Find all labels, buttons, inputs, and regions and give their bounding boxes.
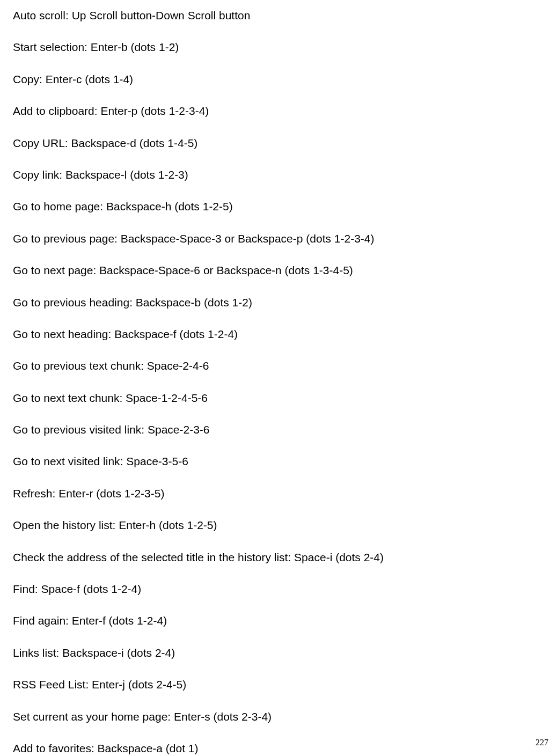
command-line: Start selection: Enter-b (dots 1-2) xyxy=(13,39,544,55)
command-line: Check the address of the selected title … xyxy=(13,549,544,565)
command-line: Copy link: Backspace-l (dots 1-2-3) xyxy=(13,167,544,182)
page-number: 227 xyxy=(536,737,548,748)
command-line: Go to next page: Backspace-Space-6 or Ba… xyxy=(13,262,544,278)
command-line: Find again: Enter-f (dots 1-2-4) xyxy=(13,613,544,628)
command-line: Go to previous text chunk: Space-2-4-6 xyxy=(13,358,544,373)
command-line: Go to home page: Backspace-h (dots 1-2-5… xyxy=(13,199,544,214)
command-line: Go to next text chunk: Space-1-2-4-5-6 xyxy=(13,390,544,406)
command-line: Go to previous heading: Backspace-b (dot… xyxy=(13,295,544,310)
command-line: Copy: Enter-c (dots 1-4) xyxy=(13,71,544,87)
command-line: Refresh: Enter-r (dots 1-2-3-5) xyxy=(13,486,544,501)
command-line: RSS Feed List: Enter-j (dots 2-4-5) xyxy=(13,677,544,692)
command-line: Go to next heading: Backspace-f (dots 1-… xyxy=(13,326,544,342)
command-line: Links list: Backspace-i (dots 2-4) xyxy=(13,645,544,660)
command-line: Find: Space-f (dots 1-2-4) xyxy=(13,581,544,597)
command-list: Auto scroll: Up Scroll button-Down Scrol… xyxy=(13,8,544,756)
command-line: Go to previous page: Backspace-Space-3 o… xyxy=(13,231,544,246)
command-line: Auto scroll: Up Scroll button-Down Scrol… xyxy=(13,8,544,23)
command-line: Copy URL: Backspace-d (dots 1-4-5) xyxy=(13,135,544,151)
command-line: Add to favorites: Backspace-a (dot 1) xyxy=(13,740,544,756)
command-line: Add to clipboard: Enter-p (dots 1-2-3-4) xyxy=(13,103,544,119)
command-line: Open the history list: Enter-h (dots 1-2… xyxy=(13,517,544,533)
command-line: Set current as your home page: Enter-s (… xyxy=(13,709,544,724)
command-line: Go to previous visited link: Space-2-3-6 xyxy=(13,422,544,437)
command-line: Go to next visited link: Space-3-5-6 xyxy=(13,453,544,469)
